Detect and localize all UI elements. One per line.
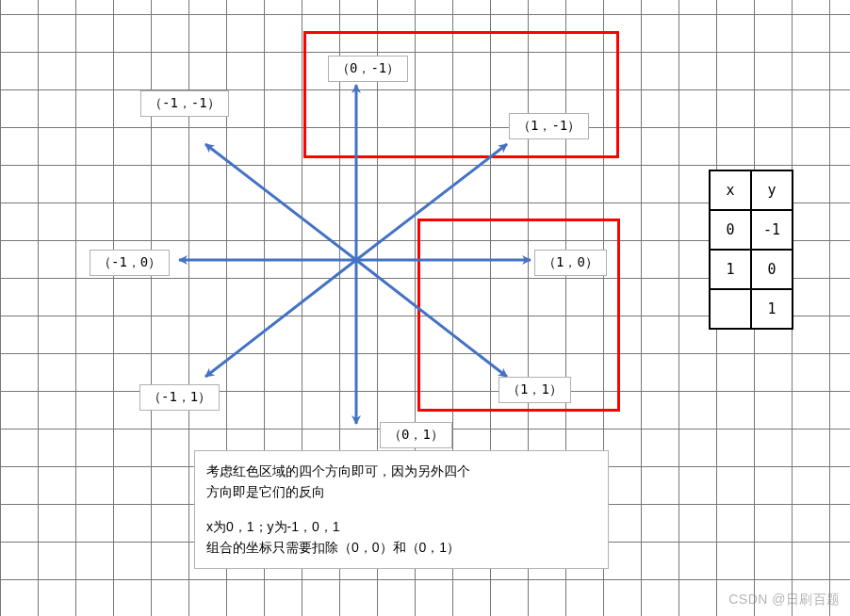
note-line: 方向即是它们的反向 <box>206 481 597 502</box>
label-sw: （-1，1） <box>139 384 220 411</box>
table-row: 1 <box>710 289 793 329</box>
note-line: 考虑红色区域的四个方向即可，因为另外四个 <box>206 461 597 481</box>
table-row: 0 -1 <box>710 210 793 250</box>
table-row: 1 0 <box>710 250 793 289</box>
label-ne: （1，-1） <box>509 113 589 139</box>
watermark: CSDN @日刷百题 <box>728 592 841 608</box>
xy-head-x: x <box>710 170 751 210</box>
label-n: （0，-1） <box>328 56 408 82</box>
label-nw: （-1，-1） <box>140 90 229 117</box>
explanation-note: 考虑红色区域的四个方向即可，因为另外四个 方向即是它们的反向 x为0，1；y为-… <box>194 450 609 569</box>
note-line: 组合的坐标只需要扣除（0，0）和（0，1） <box>206 537 597 558</box>
xy-head-y: y <box>751 170 793 210</box>
xy-table: x y 0 -1 1 0 1 <box>709 170 793 330</box>
label-s: （0，1） <box>380 422 452 448</box>
label-w: （-1，0） <box>90 250 170 276</box>
label-e: （1，0） <box>534 250 607 276</box>
note-line: x为0，1；y为-1，0，1 <box>206 516 597 537</box>
label-se: （1，1） <box>499 377 571 403</box>
